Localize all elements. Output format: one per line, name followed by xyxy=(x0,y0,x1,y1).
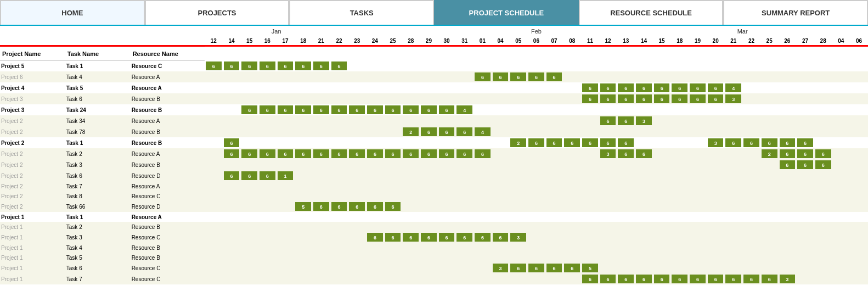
gantt-cell-r15-c3 xyxy=(258,222,277,232)
gantt-cell-r6-c1 xyxy=(223,126,241,137)
gantt-cell-r19-c6 xyxy=(312,262,330,273)
gantt-cell-r14-c36 xyxy=(850,212,868,222)
gantt-cell-r11-c6 xyxy=(312,181,330,191)
gantt-cell-r7-c21: 6 xyxy=(581,137,599,148)
gantt-cell-r6-c35 xyxy=(832,126,850,137)
gantt-cell-r17-c30 xyxy=(742,243,760,253)
gantt-cell-r19-c28 xyxy=(707,262,725,273)
gantt-cell-r15-c30 xyxy=(742,222,760,232)
project-name-cell: Project 3 xyxy=(0,104,65,115)
gantt-cell-r8-c21 xyxy=(581,148,599,159)
gantt-cell-r6-c8 xyxy=(348,126,366,137)
task-name-cell: Task 6 xyxy=(65,93,131,104)
gantt-cell-r1-c35 xyxy=(832,71,850,82)
gantt-cell-r19-c3 xyxy=(258,262,277,273)
project-name-cell: Project 1 xyxy=(0,262,65,273)
gantt-cell-r14-c2 xyxy=(240,212,258,222)
gantt-cell-r11-c0 xyxy=(205,181,223,191)
resource-name-cell: Resource A xyxy=(131,82,205,93)
gantt-cell-r18-c22 xyxy=(599,253,617,262)
gantt-cell-r5-c14 xyxy=(455,115,474,126)
gantt-cell-r4-c32 xyxy=(779,104,797,115)
gantt-cell-r12-c12 xyxy=(420,191,438,201)
gantt-cell-r4-c14: 4 xyxy=(455,104,474,115)
gantt-cell-r4-c12: 6 xyxy=(420,104,438,115)
gantt-cell-r16-c31 xyxy=(760,232,779,243)
gantt-cell-r1-c30 xyxy=(742,71,760,82)
month-label-mar: Mar xyxy=(724,26,760,37)
gantt-cell-r1-c11 xyxy=(402,71,420,82)
gantt-cell-r16-c15: 6 xyxy=(474,232,492,243)
nav-tab-project-schedule[interactable]: PROJECT SCHEDULE xyxy=(434,0,579,25)
gantt-cell-r9-c19 xyxy=(545,159,563,170)
gantt-cell-r9-c18 xyxy=(527,159,545,170)
gantt-cell-r7-c35 xyxy=(832,137,850,148)
resource-name-cell: Resource A xyxy=(131,181,205,191)
gantt-cell-r8-c36 xyxy=(850,148,868,159)
resource-name-cell: Resource C xyxy=(131,60,205,71)
gantt-cell-r8-c19 xyxy=(545,148,563,159)
gantt-cell-r19-c16: 3 xyxy=(492,262,510,273)
gantt-cell-r2-c19 xyxy=(545,82,563,93)
gantt-cell-r2-c4 xyxy=(277,82,295,93)
gantt-cell-r6-c4 xyxy=(277,126,295,137)
gantt-cell-r5-c34 xyxy=(814,115,832,126)
gantt-cell-r1-c2 xyxy=(240,71,258,82)
schedule-table: JanFebMar 121415161718212223242528293031… xyxy=(0,26,868,284)
gantt-cell-r12-c14 xyxy=(455,191,474,201)
gantt-cell-r0-c3: 6 xyxy=(258,60,277,71)
gantt-cell-r8-c16 xyxy=(492,148,510,159)
gantt-cell-r12-c29 xyxy=(724,191,742,201)
nav-tab-projects[interactable]: PROJECTS xyxy=(145,0,290,25)
gantt-cell-r4-c36 xyxy=(850,104,868,115)
gantt-cell-r10-c13 xyxy=(438,170,456,181)
gantt-cell-r11-c23 xyxy=(617,181,635,191)
gantt-cell-r6-c21 xyxy=(581,126,599,137)
gantt-cell-r8-c35 xyxy=(832,148,850,159)
gantt-cell-r3-c33 xyxy=(796,93,814,104)
gantt-cell-r10-c19 xyxy=(545,170,563,181)
gantt-cell-r6-c28 xyxy=(707,126,725,137)
gantt-cell-r4-c18 xyxy=(527,104,545,115)
gantt-cell-r13-c1 xyxy=(223,201,241,212)
table-row: Project 1Task 5Resource B xyxy=(0,253,868,262)
task-name-cell: Task 66 xyxy=(65,201,131,212)
date-header-18: 18 xyxy=(670,37,689,45)
gantt-cell-r1-c16: 6 xyxy=(492,71,510,82)
gantt-cell-r10-c10 xyxy=(384,170,402,181)
nav-tab-home[interactable]: HOME xyxy=(0,0,145,25)
gantt-cell-r12-c10 xyxy=(384,191,402,201)
gantt-cell-r0-c33 xyxy=(796,60,814,71)
project-name-cell: Project 2 xyxy=(0,126,65,137)
gantt-cell-r11-c27 xyxy=(689,181,707,191)
gantt-cell-r10-c35 xyxy=(832,170,850,181)
gantt-cell-r15-c28 xyxy=(707,222,725,232)
gantt-cell-r6-c9 xyxy=(366,126,384,137)
gantt-cell-r2-c31 xyxy=(760,82,779,93)
gantt-cell-r9-c23 xyxy=(617,159,635,170)
nav-tab-tasks[interactable]: TASKS xyxy=(289,0,434,25)
month-label-jan: Jan xyxy=(205,26,348,37)
gantt-cell-r20-c22: 6 xyxy=(599,273,617,284)
gantt-cell-r1-c0 xyxy=(205,71,223,82)
gantt-cell-r3-c5 xyxy=(294,93,312,104)
gantt-cell-r5-c24: 3 xyxy=(635,115,653,126)
gantt-cell-r16-c29 xyxy=(724,232,742,243)
date-header-04: 04 xyxy=(492,37,510,45)
gantt-cell-r8-c10: 6 xyxy=(384,148,402,159)
gantt-cell-r15-c23 xyxy=(617,222,635,232)
gantt-cell-r8-c9: 6 xyxy=(366,148,384,159)
date-header-12: 12 xyxy=(205,37,223,45)
gantt-cell-r18-c6 xyxy=(312,253,330,262)
gantt-cell-r6-c14: 6 xyxy=(455,126,474,137)
nav-tab-summary-report[interactable]: SUMMARY REPORT xyxy=(723,0,868,25)
gantt-cell-r7-c7 xyxy=(330,137,348,148)
gantt-cell-r11-c12 xyxy=(420,181,438,191)
gantt-cell-r15-c35 xyxy=(832,222,850,232)
gantt-cell-r7-c9 xyxy=(366,137,384,148)
gantt-cell-r20-c23: 6 xyxy=(617,273,635,284)
nav-tab-resource-schedule[interactable]: RESOURCE SCHEDULE xyxy=(579,0,724,25)
gantt-cell-r18-c17 xyxy=(509,253,527,262)
gantt-cell-r8-c7: 6 xyxy=(330,148,348,159)
task-name-cell: Task 3 xyxy=(65,159,131,170)
